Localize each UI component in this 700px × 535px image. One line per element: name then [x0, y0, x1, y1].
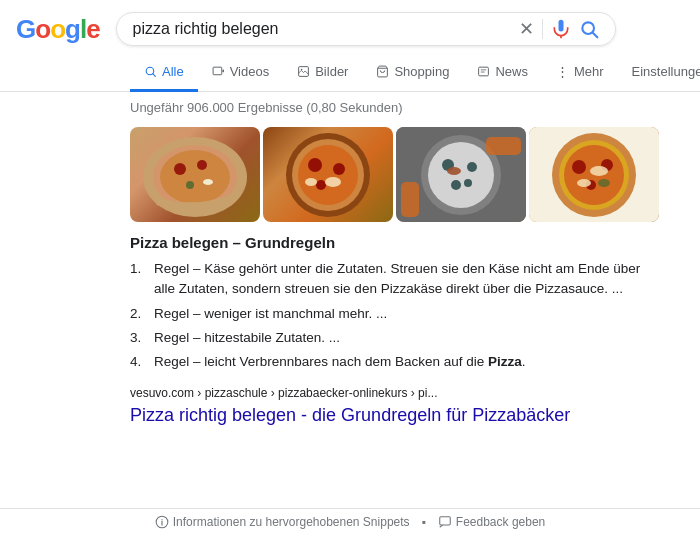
search-bar: ✕ — [116, 12, 616, 46]
snippet-list: 1. Regel – Käse gehört unter die Zutaten… — [130, 259, 660, 372]
svg-line-3 — [153, 74, 156, 77]
tab-einstellungen-label: Einstellungen — [632, 64, 700, 79]
svg-point-44 — [577, 179, 591, 187]
rule4-text: Regel – leicht Verbrennbares nach dem Ba… — [154, 354, 484, 369]
svg-rect-49 — [440, 517, 451, 525]
divider — [542, 19, 543, 39]
svg-point-45 — [598, 179, 610, 187]
svg-point-20 — [298, 145, 358, 205]
list-num-2: 2. — [130, 304, 150, 324]
snippet-title: Pizza belegen – Grundregeln — [130, 234, 660, 251]
pizza-image-1[interactable] — [130, 127, 260, 222]
tab-einstellungen[interactable]: Einstellungen — [618, 54, 700, 92]
svg-point-21 — [308, 158, 322, 172]
footer-bar: Informationen zu hervorgehobenen Snippet… — [0, 508, 700, 535]
list-text-2: Regel – weniger ist manchmal mehr. ... — [154, 304, 387, 324]
list-num-1: 1. — [130, 259, 150, 300]
pizza-bold: Pizza — [488, 354, 522, 369]
google-logo[interactable]: Google — [16, 14, 100, 45]
svg-point-23 — [316, 180, 326, 190]
result-title-link[interactable]: Pizza richtig belegen - die Grundregeln … — [0, 402, 700, 427]
pizza-image-4[interactable] — [529, 127, 659, 222]
pizza-image-2[interactable] — [263, 127, 393, 222]
list-item: 3. Regel – hitzestabile Zutaten. ... — [130, 328, 660, 348]
tab-bilder-label: Bilder — [315, 64, 348, 79]
bilder-icon — [297, 65, 310, 78]
list-item: 1. Regel – Käse gehört unter die Zutaten… — [130, 259, 660, 300]
svg-point-43 — [590, 166, 608, 176]
tab-alle-label: Alle — [162, 64, 184, 79]
feedback-text: Feedback geben — [456, 515, 545, 529]
logo-e: e — [86, 14, 99, 45]
result-url: vesuvo.com › pizzaschule › pizzabaecker-… — [0, 376, 700, 402]
tab-mehr[interactable]: ⋮ Mehr — [542, 54, 618, 92]
list-text-1: Regel – Käse gehört unter die Zutaten. S… — [154, 259, 660, 300]
info-text: Informationen zu hervorgehobenen Snippet… — [173, 515, 410, 529]
list-item: 4. Regel – leicht Verbrennbares nach dem… — [130, 352, 660, 372]
svg-point-32 — [464, 179, 472, 187]
alle-icon — [144, 65, 157, 78]
svg-rect-34 — [401, 182, 419, 217]
count-text: Ungefähr 906.000 Ergebnisse (0,80 Sekund… — [130, 100, 402, 115]
svg-point-16 — [186, 181, 194, 189]
list-item: 2. Regel – weniger ist manchmal mehr. ..… — [130, 304, 660, 324]
voice-icon[interactable] — [551, 19, 571, 39]
svg-point-40 — [572, 160, 586, 174]
tab-videos[interactable]: Videos — [198, 54, 284, 92]
tab-alle[interactable]: Alle — [130, 54, 198, 92]
logo-g: G — [16, 14, 35, 45]
tab-shopping[interactable]: Shopping — [362, 54, 463, 92]
svg-line-1 — [592, 33, 597, 38]
list-num-4: 4. — [130, 352, 150, 372]
svg-rect-4 — [213, 67, 222, 75]
svg-point-31 — [451, 180, 461, 190]
snippet-box: Pizza belegen – Grundregeln 1. Regel – K… — [0, 234, 660, 372]
clear-icon[interactable]: ✕ — [519, 20, 534, 38]
search-input[interactable] — [133, 20, 511, 38]
tab-shopping-label: Shopping — [394, 64, 449, 79]
rule4-end: . — [522, 354, 526, 369]
tab-bilder[interactable]: Bilder — [283, 54, 362, 92]
svg-point-24 — [325, 177, 341, 187]
svg-point-22 — [333, 163, 345, 175]
list-num-3: 3. — [130, 328, 150, 348]
nav-tabs: Alle Videos Bilder Shopping News — [0, 54, 700, 92]
feedback-icon — [438, 515, 452, 529]
tab-videos-label: Videos — [230, 64, 270, 79]
tab-mehr-label: Mehr — [574, 64, 604, 79]
videos-icon — [212, 65, 225, 78]
header: Google ✕ — [0, 0, 700, 54]
mehr-dots: ⋮ — [556, 64, 569, 79]
tab-news-label: News — [495, 64, 528, 79]
news-icon — [477, 65, 490, 78]
images-strip — [0, 123, 700, 234]
results-count: Ungefähr 906.000 Ergebnisse (0,80 Sekund… — [0, 92, 700, 123]
shopping-icon — [376, 65, 389, 78]
info-icon — [155, 515, 169, 529]
svg-rect-8 — [479, 67, 489, 76]
footer-separator: ▪ — [422, 515, 426, 529]
snippets-info-link[interactable]: Informationen zu hervorgehobenen Snippet… — [155, 515, 410, 529]
list-text-4: Regel – leicht Verbrennbares nach dem Ba… — [154, 352, 526, 372]
svg-point-15 — [197, 160, 207, 170]
svg-rect-35 — [486, 137, 521, 155]
logo-g2: g — [65, 14, 80, 45]
pizza-image-3[interactable] — [396, 127, 526, 222]
svg-point-30 — [467, 162, 477, 172]
svg-point-14 — [174, 163, 186, 175]
list-text-3: Regel – hitzestabile Zutaten. ... — [154, 328, 340, 348]
url-breadcrumb-text: vesuvo.com › pizzaschule › pizzabaecker-… — [130, 386, 437, 400]
feedback-link[interactable]: Feedback geben — [438, 515, 545, 529]
svg-point-17 — [203, 179, 213, 185]
svg-point-48 — [161, 519, 162, 520]
svg-point-33 — [447, 167, 461, 175]
logo-o2: o — [50, 14, 65, 45]
svg-point-28 — [428, 142, 494, 208]
result-title-text: Pizza richtig belegen - die Grundregeln … — [130, 405, 570, 425]
tab-news[interactable]: News — [463, 54, 542, 92]
svg-point-25 — [305, 178, 317, 186]
search-submit-icon[interactable] — [579, 19, 599, 39]
logo-o1: o — [35, 14, 50, 45]
svg-point-13 — [160, 150, 230, 204]
